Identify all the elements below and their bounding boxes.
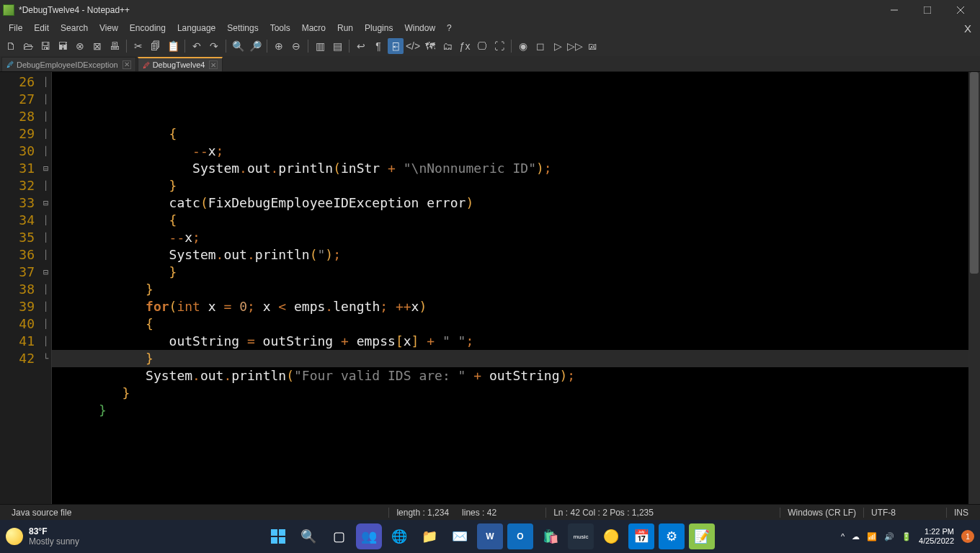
taskbar-weather[interactable]: 83°F Mostly sunny bbox=[6, 526, 79, 547]
close-tab-icon[interactable]: ✕ bbox=[122, 60, 131, 69]
tab-label: DebugTwelve4 bbox=[153, 60, 205, 69]
close-all-icon[interactable]: ⊠ bbox=[89, 38, 105, 54]
vertical-scrollbar[interactable] bbox=[968, 72, 980, 504]
file-explorer-icon[interactable]: 📁 bbox=[416, 523, 442, 549]
redo-icon[interactable]: ↷ bbox=[206, 38, 222, 54]
svg-rect-6 bbox=[271, 537, 277, 544]
sync-v-icon[interactable]: ▥ bbox=[312, 38, 328, 54]
menu-window[interactable]: Window bbox=[398, 22, 441, 35]
svg-rect-7 bbox=[279, 537, 285, 544]
search-icon[interactable]: 🔍 bbox=[295, 523, 321, 549]
notepadpp-icon[interactable]: 📝 bbox=[689, 523, 715, 549]
outlook-icon[interactable]: O bbox=[507, 523, 533, 549]
menu-run[interactable]: Run bbox=[331, 22, 359, 35]
minimize-button[interactable] bbox=[878, 0, 911, 20]
find-icon[interactable]: 🔍 bbox=[230, 38, 246, 54]
close-tab-icon[interactable]: ✕ bbox=[209, 60, 218, 69]
chrome-icon[interactable]: 🟡 bbox=[598, 523, 624, 549]
stop-macro-icon[interactable]: ◻ bbox=[533, 38, 548, 54]
status-eol[interactable]: Windows (CR LF) bbox=[780, 508, 863, 518]
zoom-in-icon[interactable]: ⊕ bbox=[271, 38, 287, 54]
mail-icon[interactable]: ✉️ bbox=[447, 523, 473, 549]
notification-badge[interactable]: 1 bbox=[961, 530, 974, 543]
sync-h-icon[interactable]: ▤ bbox=[329, 38, 345, 54]
menu-edit[interactable]: Edit bbox=[28, 22, 55, 35]
window-controls bbox=[878, 0, 977, 20]
tab-debugtwelve4[interactable]: 🖉 DebugTwelve4 ✕ bbox=[138, 57, 223, 71]
task-view-icon[interactable]: ▢ bbox=[326, 523, 352, 549]
code-area[interactable]: { --x; System.out.println(inStr + "\nNon… bbox=[52, 72, 968, 504]
doc-list-icon[interactable]: 🗂 bbox=[440, 38, 455, 54]
menu-plugins[interactable]: Plugins bbox=[359, 22, 398, 35]
new-file-icon[interactable]: 🗋 bbox=[3, 38, 19, 54]
language-icon[interactable]: </> bbox=[405, 38, 421, 54]
wifi-icon[interactable]: 📶 bbox=[867, 532, 877, 541]
save-all-icon[interactable]: 🖬 bbox=[55, 38, 71, 54]
menu-language[interactable]: Language bbox=[172, 22, 221, 35]
function-list-icon[interactable]: ƒx bbox=[457, 38, 473, 54]
menu-settings[interactable]: Settings bbox=[221, 22, 264, 35]
wordwrap-icon[interactable]: ↩ bbox=[353, 38, 369, 54]
close-document-button[interactable]: X bbox=[958, 22, 977, 35]
settings-icon[interactable]: ⚙ bbox=[659, 523, 685, 549]
battery-icon[interactable]: 🔋 bbox=[901, 532, 912, 541]
open-file-icon[interactable]: 🗁 bbox=[20, 38, 36, 54]
fold-margin[interactable]: │││││⊟│⊟│││⊟││││└ bbox=[40, 72, 52, 504]
paste-icon[interactable]: 📋 bbox=[165, 38, 181, 54]
cut-icon[interactable]: ✂ bbox=[130, 38, 146, 54]
close-file-icon[interactable]: ⊗ bbox=[72, 38, 88, 54]
store-icon[interactable]: 🛍️ bbox=[538, 523, 564, 549]
indent-guide-icon[interactable]: ⍇ bbox=[388, 38, 404, 54]
edge-icon[interactable]: 🌐 bbox=[386, 523, 412, 549]
menu-?[interactable]: ? bbox=[441, 22, 458, 35]
editor[interactable]: 2627282930313233343536373839404142 │││││… bbox=[0, 72, 980, 504]
app-icon bbox=[3, 4, 14, 16]
tab-label: DebugEmployeeIDException bbox=[17, 60, 118, 69]
separator-icon bbox=[226, 40, 226, 53]
close-button[interactable] bbox=[944, 0, 977, 20]
menu-encoding[interactable]: Encoding bbox=[124, 22, 172, 35]
tab-bar: 🖉 DebugEmployeeIDException ✕ 🖉 DebugTwel… bbox=[0, 56, 980, 72]
tray-chevron-icon[interactable]: ^ bbox=[841, 532, 845, 541]
status-length: length : 1,234 bbox=[388, 508, 456, 518]
doc-map-icon[interactable]: 🗺 bbox=[422, 38, 438, 54]
onedrive-icon[interactable]: ☁ bbox=[852, 532, 860, 541]
play-multi-icon[interactable]: ▷▷ bbox=[567, 38, 583, 54]
save-macro-icon[interactable]: 🖭 bbox=[584, 38, 600, 54]
svg-rect-1 bbox=[924, 6, 931, 14]
menu-search[interactable]: Search bbox=[55, 22, 94, 35]
copy-icon[interactable]: 🗐 bbox=[148, 38, 164, 54]
separator-icon bbox=[184, 40, 185, 53]
scrollbar-thumb[interactable] bbox=[970, 72, 979, 274]
save-icon[interactable]: 🖫 bbox=[37, 38, 53, 54]
folder-workspace-icon[interactable]: 🖵 bbox=[474, 38, 490, 54]
taskbar-clock[interactable]: 1:22 PM 4/25/2022 bbox=[919, 527, 954, 546]
menu-macro[interactable]: Macro bbox=[296, 22, 331, 35]
menu-view[interactable]: View bbox=[94, 22, 124, 35]
tab-debugemployeeidexception[interactable]: 🖉 DebugEmployeeIDException ✕ bbox=[1, 57, 136, 71]
record-macro-icon[interactable]: ◉ bbox=[515, 38, 531, 54]
unsaved-icon: 🖉 bbox=[143, 61, 150, 69]
show-all-chars-icon[interactable]: ¶ bbox=[370, 38, 386, 54]
status-encoding[interactable]: UTF-8 bbox=[863, 508, 903, 518]
svg-rect-4 bbox=[271, 529, 277, 536]
print-icon[interactable]: 🖶 bbox=[107, 38, 122, 54]
menu-tools[interactable]: Tools bbox=[264, 22, 296, 35]
volume-icon[interactable]: 🔊 bbox=[884, 532, 894, 541]
windows-taskbar: 83°F Mostly sunny 🔍 ▢ 👥 🌐 📁 ✉️ W O 🛍️ mu… bbox=[0, 520, 980, 553]
play-macro-icon[interactable]: ▷ bbox=[550, 38, 566, 54]
menu-file[interactable]: File bbox=[3, 22, 28, 35]
clock-date: 4/25/2022 bbox=[919, 536, 954, 546]
maximize-button[interactable] bbox=[911, 0, 944, 20]
zoom-out-icon[interactable]: ⊖ bbox=[288, 38, 304, 54]
undo-icon[interactable]: ↶ bbox=[189, 38, 205, 54]
status-mode[interactable]: INS bbox=[946, 508, 976, 518]
amazon-music-icon[interactable]: music bbox=[568, 523, 594, 549]
monitor-icon[interactable]: ⛶ bbox=[491, 38, 507, 54]
calendar-icon[interactable]: 📅 bbox=[628, 523, 654, 549]
teams-icon[interactable]: 👥 bbox=[356, 523, 382, 549]
word-icon[interactable]: W bbox=[477, 523, 503, 549]
start-button[interactable] bbox=[265, 523, 291, 549]
system-tray: ^ ☁ 📶 🔊 🔋 1:22 PM 4/25/2022 1 bbox=[841, 527, 974, 546]
replace-icon[interactable]: 🔎 bbox=[247, 38, 263, 54]
